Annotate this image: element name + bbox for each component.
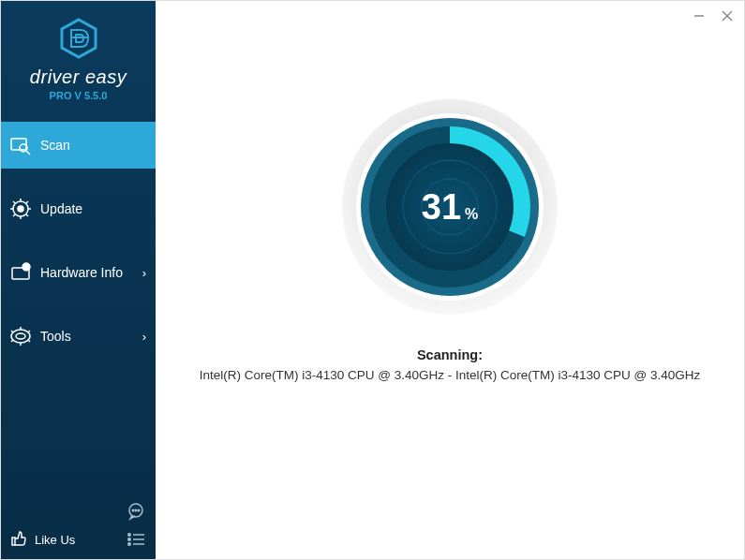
nav-item-update[interactable]: Update [1, 185, 156, 232]
update-icon [10, 199, 31, 219]
progress-circle: 31 % [337, 95, 562, 319]
logo-icon [58, 18, 99, 63]
progress-area: 31 % Scanning: Intel(R) Core(TM) i3-4130… [156, 95, 744, 382]
svg-line-15 [11, 340, 13, 342]
chevron-right-icon: › [142, 330, 146, 344]
svg-line-14 [28, 331, 30, 332]
close-button[interactable] [720, 8, 735, 23]
nav-label-update: Update [40, 201, 82, 216]
progress-label: 31 % [422, 187, 479, 228]
progress-unit: % [465, 206, 478, 223]
menu-icon[interactable] [126, 529, 146, 550]
feedback-icon[interactable] [126, 501, 146, 522]
tools-icon [10, 326, 31, 346]
svg-point-25 [128, 543, 130, 545]
svg-point-20 [138, 509, 140, 511]
status-title: Scanning: [417, 347, 483, 362]
nav-item-hardware[interactable]: i Hardware Info › [1, 249, 156, 296]
nav-label-tools: Tools [40, 329, 71, 344]
svg-point-5 [18, 206, 23, 212]
like-us-button[interactable]: Like Us [10, 530, 75, 550]
nav-item-scan[interactable]: Scan [1, 122, 156, 169]
svg-point-10 [16, 333, 25, 339]
svg-point-21 [128, 534, 130, 536]
logo-area: driver easy PRO V 5.5.0 [1, 1, 156, 112]
progress-value: 31 [422, 187, 461, 228]
nav-label-scan: Scan [40, 138, 70, 153]
hardware-info-icon: i [10, 262, 31, 283]
nav-label-hardware: Hardware Info [40, 265, 123, 280]
nav-menu: Scan Update i Hardware Info › [1, 112, 156, 521]
brand-name: driver easy [1, 66, 156, 88]
like-us-label: Like Us [35, 533, 75, 547]
svg-point-23 [128, 538, 130, 540]
version-label: PRO V 5.5.0 [1, 90, 156, 101]
status-detail: Intel(R) Core(TM) i3-4130 CPU @ 3.40GHz … [181, 368, 720, 382]
svg-point-9 [11, 330, 30, 343]
main-content: 31 % Scanning: Intel(R) Core(TM) i3-4130… [156, 1, 744, 559]
svg-point-18 [132, 509, 134, 511]
nav-item-tools[interactable]: Tools › [1, 313, 156, 360]
svg-line-13 [11, 331, 13, 332]
svg-line-16 [28, 340, 30, 342]
svg-line-3 [26, 151, 30, 155]
scan-icon [10, 135, 31, 155]
window-controls [692, 8, 735, 23]
sidebar: driver easy PRO V 5.5.0 Scan Up [1, 1, 156, 559]
chevron-right-icon: › [142, 266, 146, 280]
thumbs-up-icon [10, 530, 27, 550]
minimize-button[interactable] [692, 8, 707, 23]
sidebar-bottom-icons [126, 501, 146, 550]
svg-point-19 [135, 509, 137, 511]
